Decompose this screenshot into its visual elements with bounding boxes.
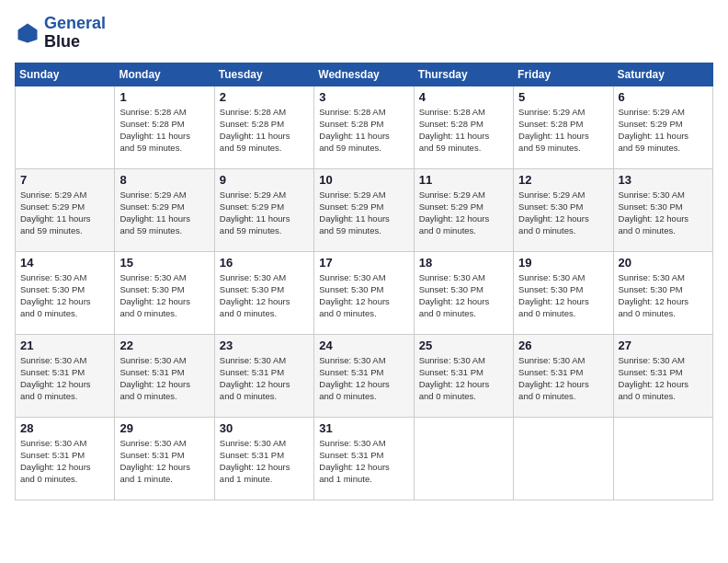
day-number: 13	[619, 173, 708, 187]
day-cell: 24Sunrise: 5:30 AM Sunset: 5:31 PM Dayli…	[314, 334, 414, 417]
day-info: Sunrise: 5:28 AM Sunset: 5:28 PM Dayligh…	[220, 106, 309, 155]
day-cell: 25Sunrise: 5:30 AM Sunset: 5:31 PM Dayli…	[414, 334, 513, 417]
logo-icon	[15, 20, 40, 46]
day-cell: 21Sunrise: 5:30 AM Sunset: 5:31 PM Dayli…	[16, 334, 115, 417]
day-info: Sunrise: 5:28 AM Sunset: 5:28 PM Dayligh…	[419, 106, 508, 155]
day-info: Sunrise: 5:29 AM Sunset: 5:28 PM Dayligh…	[518, 106, 608, 155]
day-cell: 1Sunrise: 5:28 AM Sunset: 5:28 PM Daylig…	[115, 86, 214, 168]
day-number: 20	[619, 256, 708, 270]
day-info: Sunrise: 5:30 AM Sunset: 5:31 PM Dayligh…	[119, 437, 209, 486]
day-cell: 14Sunrise: 5:30 AM Sunset: 5:30 PM Dayli…	[16, 251, 115, 334]
day-cell: 17Sunrise: 5:30 AM Sunset: 5:30 PM Dayli…	[314, 251, 414, 334]
day-info: Sunrise: 5:30 AM Sunset: 5:31 PM Dayligh…	[419, 354, 508, 403]
week-row-0: 1Sunrise: 5:28 AM Sunset: 5:28 PM Daylig…	[16, 86, 713, 168]
day-cell	[414, 417, 513, 500]
day-cell	[16, 86, 115, 168]
day-cell: 31Sunrise: 5:30 AM Sunset: 5:31 PM Dayli…	[314, 417, 414, 500]
day-cell: 28Sunrise: 5:30 AM Sunset: 5:31 PM Dayli…	[16, 417, 115, 500]
day-number: 10	[319, 173, 408, 187]
svg-marker-0	[18, 23, 38, 42]
day-cell: 3Sunrise: 5:28 AM Sunset: 5:28 PM Daylig…	[314, 86, 414, 168]
day-number: 26	[518, 339, 608, 352]
day-info: Sunrise: 5:30 AM Sunset: 5:30 PM Dayligh…	[619, 189, 708, 237]
day-cell: 18Sunrise: 5:30 AM Sunset: 5:30 PM Dayli…	[414, 251, 513, 334]
calendar-body: 1Sunrise: 5:28 AM Sunset: 5:28 PM Daylig…	[16, 86, 713, 500]
day-number: 12	[518, 173, 608, 187]
day-number: 30	[220, 421, 309, 435]
day-info: Sunrise: 5:29 AM Sunset: 5:29 PM Dayligh…	[319, 189, 408, 237]
week-row-2: 14Sunrise: 5:30 AM Sunset: 5:30 PM Dayli…	[16, 251, 713, 334]
day-info: Sunrise: 5:29 AM Sunset: 5:29 PM Dayligh…	[119, 189, 209, 237]
day-number: 29	[119, 421, 209, 435]
day-info: Sunrise: 5:30 AM Sunset: 5:31 PM Dayligh…	[518, 354, 608, 403]
day-info: Sunrise: 5:29 AM Sunset: 5:29 PM Dayligh…	[419, 189, 508, 237]
header-cell-friday: Friday	[514, 63, 613, 86]
header-cell-saturday: Saturday	[613, 63, 712, 86]
day-info: Sunrise: 5:30 AM Sunset: 5:31 PM Dayligh…	[220, 437, 309, 486]
day-cell: 4Sunrise: 5:28 AM Sunset: 5:28 PM Daylig…	[414, 86, 513, 168]
day-info: Sunrise: 5:30 AM Sunset: 5:30 PM Dayligh…	[419, 271, 508, 320]
day-info: Sunrise: 5:30 AM Sunset: 5:31 PM Dayligh…	[619, 354, 708, 403]
day-number: 18	[419, 256, 508, 270]
day-number: 16	[220, 256, 309, 270]
day-info: Sunrise: 5:30 AM Sunset: 5:30 PM Dayligh…	[220, 271, 309, 320]
day-number: 7	[20, 173, 109, 187]
day-info: Sunrise: 5:29 AM Sunset: 5:29 PM Dayligh…	[619, 106, 708, 155]
day-info: Sunrise: 5:30 AM Sunset: 5:30 PM Dayligh…	[20, 271, 109, 320]
logo: General Blue	[15, 15, 106, 52]
day-number: 31	[319, 421, 408, 435]
week-row-3: 21Sunrise: 5:30 AM Sunset: 5:31 PM Dayli…	[16, 334, 713, 417]
day-info: Sunrise: 5:30 AM Sunset: 5:31 PM Dayligh…	[119, 354, 209, 403]
day-cell: 15Sunrise: 5:30 AM Sunset: 5:30 PM Dayli…	[115, 251, 214, 334]
logo-text: General Blue	[44, 15, 106, 52]
day-cell: 30Sunrise: 5:30 AM Sunset: 5:31 PM Dayli…	[214, 417, 313, 500]
day-number: 24	[319, 339, 408, 352]
header-row: SundayMondayTuesdayWednesdayThursdayFrid…	[16, 63, 713, 86]
day-cell: 27Sunrise: 5:30 AM Sunset: 5:31 PM Dayli…	[613, 334, 712, 417]
day-cell: 22Sunrise: 5:30 AM Sunset: 5:31 PM Dayli…	[115, 334, 214, 417]
page-header: General Blue	[15, 15, 713, 52]
day-number: 23	[220, 339, 309, 352]
day-info: Sunrise: 5:30 AM Sunset: 5:30 PM Dayligh…	[619, 271, 708, 320]
day-info: Sunrise: 5:29 AM Sunset: 5:29 PM Dayligh…	[220, 189, 309, 237]
header-cell-tuesday: Tuesday	[214, 63, 313, 86]
day-number: 5	[518, 90, 608, 104]
day-info: Sunrise: 5:30 AM Sunset: 5:30 PM Dayligh…	[518, 271, 608, 320]
header-cell-monday: Monday	[115, 63, 214, 86]
header-cell-thursday: Thursday	[414, 63, 513, 86]
calendar-header: SundayMondayTuesdayWednesdayThursdayFrid…	[16, 63, 713, 86]
day-number: 17	[319, 256, 408, 270]
header-cell-sunday: Sunday	[16, 63, 115, 86]
day-cell: 26Sunrise: 5:30 AM Sunset: 5:31 PM Dayli…	[514, 334, 613, 417]
day-cell: 11Sunrise: 5:29 AM Sunset: 5:29 PM Dayli…	[414, 168, 513, 251]
day-info: Sunrise: 5:30 AM Sunset: 5:31 PM Dayligh…	[220, 354, 309, 403]
day-number: 22	[119, 339, 209, 352]
day-cell	[514, 417, 613, 500]
day-cell: 2Sunrise: 5:28 AM Sunset: 5:28 PM Daylig…	[214, 86, 313, 168]
day-cell: 29Sunrise: 5:30 AM Sunset: 5:31 PM Dayli…	[115, 417, 214, 500]
day-info: Sunrise: 5:29 AM Sunset: 5:29 PM Dayligh…	[20, 189, 109, 237]
day-number: 25	[419, 339, 508, 352]
day-cell: 12Sunrise: 5:29 AM Sunset: 5:30 PM Dayli…	[514, 168, 613, 251]
day-info: Sunrise: 5:30 AM Sunset: 5:30 PM Dayligh…	[119, 271, 209, 320]
day-info: Sunrise: 5:30 AM Sunset: 5:31 PM Dayligh…	[20, 437, 109, 486]
day-number: 3	[319, 90, 408, 104]
day-cell: 5Sunrise: 5:29 AM Sunset: 5:28 PM Daylig…	[514, 86, 613, 168]
day-info: Sunrise: 5:28 AM Sunset: 5:28 PM Dayligh…	[319, 106, 408, 155]
day-number: 8	[119, 173, 209, 187]
day-number: 1	[119, 90, 209, 104]
day-number: 28	[20, 421, 109, 435]
day-number: 4	[419, 90, 508, 104]
day-cell: 7Sunrise: 5:29 AM Sunset: 5:29 PM Daylig…	[16, 168, 115, 251]
day-cell: 20Sunrise: 5:30 AM Sunset: 5:30 PM Dayli…	[613, 251, 712, 334]
calendar-table: SundayMondayTuesdayWednesdayThursdayFrid…	[15, 63, 713, 500]
day-info: Sunrise: 5:28 AM Sunset: 5:28 PM Dayligh…	[119, 106, 209, 155]
day-cell: 9Sunrise: 5:29 AM Sunset: 5:29 PM Daylig…	[214, 168, 313, 251]
week-row-1: 7Sunrise: 5:29 AM Sunset: 5:29 PM Daylig…	[16, 168, 713, 251]
day-number: 14	[20, 256, 109, 270]
day-number: 19	[518, 256, 608, 270]
day-info: Sunrise: 5:30 AM Sunset: 5:31 PM Dayligh…	[319, 354, 408, 403]
day-number: 9	[220, 173, 309, 187]
day-number: 21	[20, 339, 109, 352]
day-number: 15	[119, 256, 209, 270]
